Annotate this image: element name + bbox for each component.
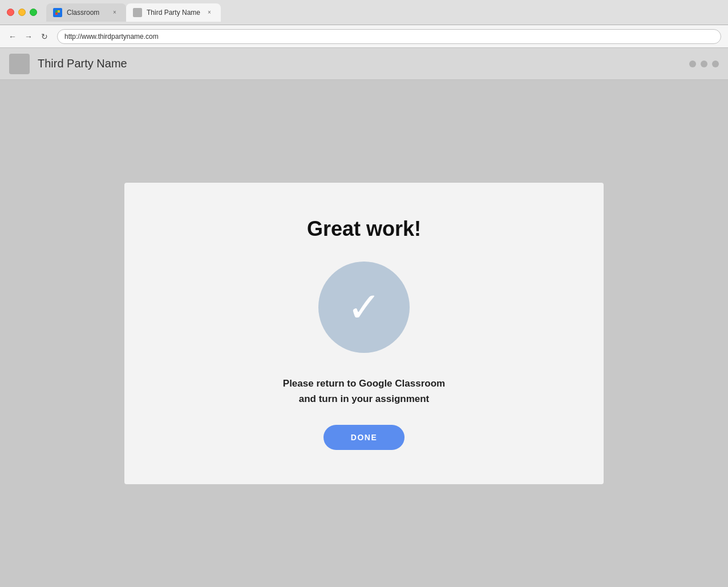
svg-rect-2 — [58, 10, 60, 13]
traffic-lights — [7, 9, 37, 16]
card-message-line2: and turn in your assignment — [299, 393, 430, 404]
card-message: Please return to Google Classroom and tu… — [283, 376, 445, 407]
tabs-bar: Classroom × Third Party Name × — [46, 3, 721, 22]
back-button[interactable]: ← — [7, 31, 18, 42]
classroom-favicon — [53, 8, 62, 17]
third-party-tab-label: Third Party Name — [147, 9, 200, 17]
done-button[interactable]: DONE — [323, 425, 405, 450]
check-circle: ✓ — [318, 262, 410, 353]
svg-rect-3 — [55, 13, 58, 15]
card-title: Great work! — [307, 217, 421, 241]
address-bar: ← → ↻ http://www.thirdpartyname.com — [0, 25, 728, 48]
card-message-line1: Please return to Google Classroom — [283, 378, 445, 389]
classroom-tab-label: Classroom — [67, 9, 106, 17]
third-party-tab-close[interactable]: × — [205, 8, 214, 17]
checkmark-icon: ✓ — [347, 287, 381, 328]
tab-classroom[interactable]: Classroom × — [46, 3, 126, 22]
svg-rect-1 — [55, 10, 58, 13]
browser-window: Classroom × Third Party Name × ← → ↻ htt… — [0, 0, 728, 587]
svg-rect-4 — [58, 13, 60, 15]
header-dot-1 — [689, 61, 696, 67]
completion-card: Great work! ✓ Please return to Google Cl… — [124, 183, 604, 484]
tab-third-party[interactable]: Third Party Name × — [126, 3, 221, 22]
forward-button[interactable]: → — [23, 31, 34, 42]
third-party-favicon — [133, 8, 142, 17]
app-logo — [9, 54, 30, 74]
content-area: Great work! ✓ Please return to Google Cl… — [0, 80, 728, 587]
nav-buttons: ← → ↻ — [7, 31, 50, 42]
minimize-button[interactable] — [18, 9, 26, 16]
header-menu-dots[interactable] — [689, 61, 719, 67]
header-dot-2 — [701, 61, 707, 67]
close-button[interactable] — [7, 9, 14, 16]
header-dot-3 — [712, 61, 719, 67]
maximize-button[interactable] — [30, 9, 37, 16]
classroom-tab-close[interactable]: × — [110, 8, 119, 17]
refresh-button[interactable]: ↻ — [39, 31, 50, 42]
app-header: Third Party Name — [0, 48, 728, 80]
url-text: http://www.thirdpartyname.com — [64, 33, 159, 41]
title-bar: Classroom × Third Party Name × — [0, 0, 728, 25]
app-title: Third Party Name — [38, 57, 689, 70]
url-bar[interactable]: http://www.thirdpartyname.com — [57, 29, 721, 44]
